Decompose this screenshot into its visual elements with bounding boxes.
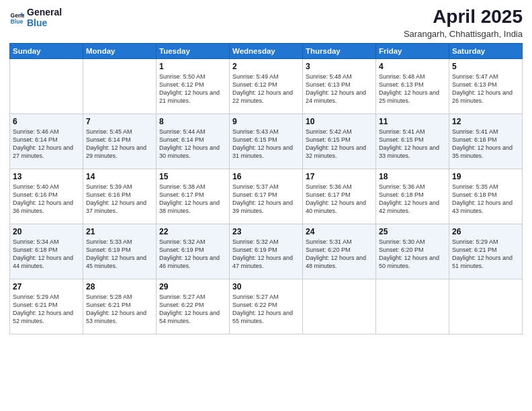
day-info: Sunrise: 5:27 AM Sunset: 6:22 PM Dayligh…: [159, 293, 226, 326]
day-cell: 6Sunrise: 5:46 AM Sunset: 6:14 PM Daylig…: [10, 113, 83, 169]
day-number: 17: [306, 172, 373, 181]
day-cell: 7Sunrise: 5:45 AM Sunset: 6:14 PM Daylig…: [83, 113, 157, 169]
day-cell: 9Sunrise: 5:43 AM Sunset: 6:15 PM Daylig…: [230, 113, 303, 169]
day-info: Sunrise: 5:29 AM Sunset: 6:21 PM Dayligh…: [13, 293, 80, 326]
logo-blue: Blue: [27, 17, 62, 28]
day-cell: 3Sunrise: 5:48 AM Sunset: 6:13 PM Daylig…: [303, 58, 376, 113]
day-info: Sunrise: 5:34 AM Sunset: 6:18 PM Dayligh…: [13, 238, 80, 271]
day-info: Sunrise: 5:50 AM Sunset: 6:12 PM Dayligh…: [159, 73, 226, 105]
day-cell: 16Sunrise: 5:37 AM Sunset: 6:17 PM Dayli…: [230, 169, 303, 224]
day-info: Sunrise: 5:30 AM Sunset: 6:20 PM Dayligh…: [379, 238, 446, 271]
day-number: 21: [86, 227, 153, 236]
day-info: Sunrise: 5:49 AM Sunset: 6:12 PM Dayligh…: [232, 73, 300, 105]
day-info: Sunrise: 5:44 AM Sunset: 6:14 PM Dayligh…: [159, 128, 226, 161]
day-number: 9: [232, 117, 300, 126]
day-cell: [10, 58, 83, 113]
day-number: 18: [379, 172, 446, 181]
header-day-friday: Friday: [376, 43, 449, 58]
week-row-3: 13Sunrise: 5:40 AM Sunset: 6:16 PM Dayli…: [10, 169, 523, 224]
day-info: Sunrise: 5:29 AM Sunset: 6:21 PM Dayligh…: [452, 238, 519, 271]
day-cell: 18Sunrise: 5:36 AM Sunset: 6:18 PM Dayli…: [376, 169, 449, 224]
calendar-title: April 2025: [404, 7, 523, 28]
day-info: Sunrise: 5:43 AM Sunset: 6:15 PM Dayligh…: [232, 128, 300, 161]
day-cell: 12Sunrise: 5:41 AM Sunset: 6:16 PM Dayli…: [449, 113, 523, 169]
day-cell: 2Sunrise: 5:49 AM Sunset: 6:12 PM Daylig…: [230, 58, 303, 113]
title-block: April 2025 Sarangarh, Chhattisgarh, Indi…: [404, 7, 523, 39]
day-cell: 5Sunrise: 5:47 AM Sunset: 6:13 PM Daylig…: [449, 58, 523, 113]
day-number: 28: [86, 282, 153, 291]
day-number: 11: [379, 117, 446, 126]
day-info: Sunrise: 5:28 AM Sunset: 6:21 PM Dayligh…: [86, 293, 153, 326]
day-cell: [83, 58, 157, 113]
day-cell: 22Sunrise: 5:32 AM Sunset: 6:19 PM Dayli…: [157, 224, 230, 279]
day-cell: 10Sunrise: 5:42 AM Sunset: 6:15 PM Dayli…: [303, 113, 376, 169]
day-cell: [376, 279, 449, 334]
day-number: 8: [159, 117, 226, 126]
week-row-5: 27Sunrise: 5:29 AM Sunset: 6:21 PM Dayli…: [10, 279, 523, 334]
day-number: 10: [306, 117, 373, 126]
day-number: 2: [232, 62, 300, 71]
day-cell: 28Sunrise: 5:28 AM Sunset: 6:21 PM Dayli…: [83, 279, 157, 334]
header-row: SundayMondayTuesdayWednesdayThursdayFrid…: [10, 43, 523, 58]
day-number: 27: [13, 282, 80, 291]
day-info: Sunrise: 5:35 AM Sunset: 6:18 PM Dayligh…: [452, 183, 519, 216]
day-cell: 1Sunrise: 5:50 AM Sunset: 6:12 PM Daylig…: [157, 58, 230, 113]
header-day-wednesday: Wednesday: [230, 43, 303, 58]
day-number: 25: [379, 227, 446, 236]
logo-text: General Blue: [27, 7, 62, 28]
day-info: Sunrise: 5:41 AM Sunset: 6:15 PM Dayligh…: [379, 128, 446, 161]
day-number: 24: [306, 227, 373, 236]
day-cell: 29Sunrise: 5:27 AM Sunset: 6:22 PM Dayli…: [157, 279, 230, 334]
day-info: Sunrise: 5:33 AM Sunset: 6:19 PM Dayligh…: [86, 238, 153, 271]
day-number: 3: [306, 62, 373, 71]
day-number: 30: [232, 282, 300, 291]
svg-text:Blue: Blue: [11, 18, 24, 25]
page: General Blue General Blue April 2025 Sar…: [0, 0, 532, 411]
day-number: 15: [159, 172, 226, 181]
header-day-monday: Monday: [83, 43, 157, 58]
header-day-saturday: Saturday: [449, 43, 523, 58]
day-cell: 27Sunrise: 5:29 AM Sunset: 6:21 PM Dayli…: [10, 279, 83, 334]
day-cell: 8Sunrise: 5:44 AM Sunset: 6:14 PM Daylig…: [157, 113, 230, 169]
day-info: Sunrise: 5:47 AM Sunset: 6:13 PM Dayligh…: [452, 73, 519, 105]
day-number: 7: [86, 117, 153, 126]
day-number: 22: [159, 227, 226, 236]
day-cell: 17Sunrise: 5:36 AM Sunset: 6:17 PM Dayli…: [303, 169, 376, 224]
day-info: Sunrise: 5:37 AM Sunset: 6:17 PM Dayligh…: [232, 183, 300, 216]
logo: General Blue General Blue: [9, 7, 62, 28]
day-number: 20: [13, 227, 80, 236]
day-number: 1: [159, 62, 226, 71]
day-info: Sunrise: 5:32 AM Sunset: 6:19 PM Dayligh…: [159, 238, 226, 271]
day-number: 23: [232, 227, 300, 236]
header: General Blue General Blue April 2025 Sar…: [9, 7, 523, 39]
day-number: 14: [86, 172, 153, 181]
day-cell: 4Sunrise: 5:48 AM Sunset: 6:13 PM Daylig…: [376, 58, 449, 113]
day-cell: 25Sunrise: 5:30 AM Sunset: 6:20 PM Dayli…: [376, 224, 449, 279]
day-number: 4: [379, 62, 446, 71]
day-number: 29: [159, 282, 226, 291]
day-info: Sunrise: 5:27 AM Sunset: 6:22 PM Dayligh…: [232, 293, 300, 326]
day-info: Sunrise: 5:48 AM Sunset: 6:13 PM Dayligh…: [306, 73, 373, 105]
day-info: Sunrise: 5:45 AM Sunset: 6:14 PM Dayligh…: [86, 128, 153, 161]
day-cell: 21Sunrise: 5:33 AM Sunset: 6:19 PM Dayli…: [83, 224, 157, 279]
day-cell: 26Sunrise: 5:29 AM Sunset: 6:21 PM Dayli…: [449, 224, 523, 279]
week-row-4: 20Sunrise: 5:34 AM Sunset: 6:18 PM Dayli…: [10, 224, 523, 279]
day-number: 26: [452, 227, 519, 236]
day-info: Sunrise: 5:32 AM Sunset: 6:19 PM Dayligh…: [232, 238, 300, 271]
day-info: Sunrise: 5:48 AM Sunset: 6:13 PM Dayligh…: [379, 73, 446, 105]
week-row-2: 6Sunrise: 5:46 AM Sunset: 6:14 PM Daylig…: [10, 113, 523, 169]
day-info: Sunrise: 5:36 AM Sunset: 6:18 PM Dayligh…: [379, 183, 446, 216]
day-info: Sunrise: 5:42 AM Sunset: 6:15 PM Dayligh…: [306, 128, 373, 161]
day-cell: 14Sunrise: 5:39 AM Sunset: 6:16 PM Dayli…: [83, 169, 157, 224]
day-cell: 23Sunrise: 5:32 AM Sunset: 6:19 PM Dayli…: [230, 224, 303, 279]
day-info: Sunrise: 5:31 AM Sunset: 6:20 PM Dayligh…: [306, 238, 373, 271]
day-info: Sunrise: 5:40 AM Sunset: 6:16 PM Dayligh…: [13, 183, 80, 216]
day-cell: 13Sunrise: 5:40 AM Sunset: 6:16 PM Dayli…: [10, 169, 83, 224]
logo-icon: General Blue: [9, 10, 24, 25]
day-cell: [303, 279, 376, 334]
day-info: Sunrise: 5:41 AM Sunset: 6:16 PM Dayligh…: [452, 128, 519, 161]
day-cell: 20Sunrise: 5:34 AM Sunset: 6:18 PM Dayli…: [10, 224, 83, 279]
header-day-tuesday: Tuesday: [157, 43, 230, 58]
day-info: Sunrise: 5:39 AM Sunset: 6:16 PM Dayligh…: [86, 183, 153, 216]
header-day-thursday: Thursday: [303, 43, 376, 58]
